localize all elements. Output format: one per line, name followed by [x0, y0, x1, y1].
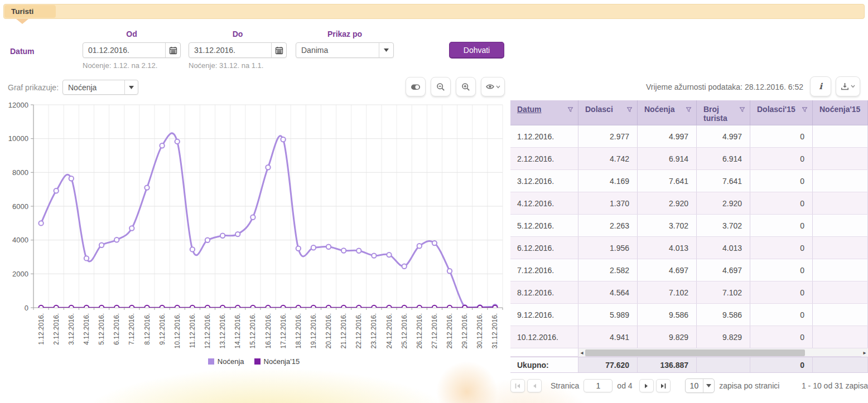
- visibility-menu-button[interactable]: [481, 77, 505, 96]
- data-point[interactable]: [160, 305, 164, 310]
- prikaz-po-select[interactable]: Danima: [296, 42, 394, 58]
- table-row[interactable]: 10.12.2016.4.9419.8299.8290: [510, 326, 868, 348]
- data-point[interactable]: [402, 264, 407, 269]
- data-point[interactable]: [190, 305, 195, 310]
- data-point[interactable]: [281, 137, 285, 142]
- page-size-select[interactable]: 10: [685, 378, 715, 393]
- data-point[interactable]: [38, 221, 43, 225]
- data-point[interactable]: [144, 305, 149, 310]
- table-row[interactable]: 6.12.2016.1.9564.0134.0130: [510, 237, 868, 259]
- data-point[interactable]: [372, 253, 376, 258]
- filter-icon[interactable]: [802, 106, 808, 113]
- date-from-value[interactable]: 01.12.2016.: [83, 46, 165, 55]
- data-point[interactable]: [235, 305, 240, 310]
- tab-turisti[interactable]: Turisti: [4, 5, 56, 18]
- data-point[interactable]: [114, 237, 119, 242]
- data-point[interactable]: [417, 244, 422, 248]
- previous-page-button[interactable]: [527, 379, 542, 392]
- data-point[interactable]: [356, 249, 361, 253]
- legend-item-nocenja[interactable]: Noćenja: [208, 357, 244, 366]
- info-button[interactable]: i: [810, 76, 831, 96]
- data-point[interactable]: [190, 247, 195, 251]
- data-point[interactable]: [417, 305, 422, 310]
- data-point[interactable]: [387, 305, 391, 310]
- column-header-broj-turista[interactable]: Broj turista: [697, 100, 750, 125]
- data-point[interactable]: [478, 305, 482, 310]
- data-point[interactable]: [447, 269, 452, 273]
- data-point[interactable]: [99, 243, 104, 247]
- data-point[interactable]: [220, 234, 225, 238]
- data-point[interactable]: [38, 305, 43, 310]
- data-point[interactable]: [341, 248, 346, 253]
- date-from-field[interactable]: 01.12.2016.: [83, 42, 181, 58]
- filter-icon[interactable]: [686, 106, 692, 113]
- date-to-field[interactable]: 31.12.2016.: [189, 42, 287, 58]
- column-header-dolasci[interactable]: Dolasci: [578, 100, 638, 125]
- table-row[interactable]: 4.12.2016.1.3702.9202.9200: [510, 192, 868, 215]
- column-header-dolasci-15[interactable]: Dolasci'15: [750, 100, 813, 125]
- data-point[interactable]: [402, 305, 407, 310]
- data-point[interactable]: [387, 253, 391, 257]
- table-row[interactable]: 3.12.2016.4.1697.6417.6410: [510, 170, 868, 192]
- filter-icon[interactable]: [739, 106, 745, 113]
- date-to-calendar-button[interactable]: [271, 43, 286, 57]
- filter-icon[interactable]: [567, 106, 573, 113]
- dohvati-button[interactable]: Dohvati: [449, 42, 504, 59]
- data-point[interactable]: [220, 305, 225, 310]
- data-point[interactable]: [114, 305, 119, 310]
- data-point[interactable]: [54, 188, 59, 193]
- table-row[interactable]: 8.12.2016.4.5647.1027.1020: [510, 281, 868, 304]
- data-point[interactable]: [99, 305, 104, 310]
- data-point[interactable]: [326, 305, 331, 310]
- data-point[interactable]: [250, 215, 255, 220]
- table-row[interactable]: 2.12.2016.4.7426.9146.9140: [510, 148, 868, 170]
- data-point[interactable]: [311, 305, 316, 310]
- column-header-datum[interactable]: Datum: [510, 100, 578, 125]
- table-row[interactable]: 9.12.2016.5.9899.5869.5860: [510, 304, 868, 326]
- legend-item-nocenja15[interactable]: Noćenja'15: [254, 357, 300, 366]
- data-point[interactable]: [205, 238, 210, 242]
- data-point[interactable]: [160, 143, 164, 148]
- graf-prikazuje-select[interactable]: Noćenja: [62, 80, 138, 95]
- data-point[interactable]: [311, 245, 316, 250]
- scroll-left-arrow[interactable]: ◂: [578, 348, 585, 357]
- data-point[interactable]: [372, 305, 376, 310]
- toggle-series-button[interactable]: [406, 77, 426, 96]
- date-from-calendar-button[interactable]: [165, 43, 180, 57]
- zoom-out-button[interactable]: [431, 77, 451, 96]
- table-row[interactable]: 5.12.2016.2.2633.7023.7020: [510, 215, 868, 237]
- data-point[interactable]: [69, 176, 74, 181]
- data-point[interactable]: [296, 246, 301, 251]
- next-page-button[interactable]: [639, 379, 654, 392]
- column-header-no-enja[interactable]: Noćenja: [638, 100, 697, 125]
- data-point[interactable]: [432, 241, 437, 245]
- filter-icon[interactable]: [626, 106, 633, 113]
- download-menu-button[interactable]: [836, 76, 860, 96]
- data-point[interactable]: [326, 245, 331, 249]
- data-point[interactable]: [84, 256, 89, 260]
- data-point[interactable]: [129, 305, 134, 310]
- scroll-thumb[interactable]: [585, 349, 805, 356]
- data-point[interactable]: [250, 305, 255, 310]
- data-point[interactable]: [144, 185, 149, 190]
- last-page-button[interactable]: [656, 379, 671, 392]
- table-row[interactable]: 1.12.2016.2.9774.9974.9970: [510, 125, 868, 148]
- data-point[interactable]: [432, 305, 437, 310]
- data-point[interactable]: [296, 305, 301, 310]
- scrollbar-track[interactable]: ◂ ▸: [578, 348, 868, 356]
- data-point[interactable]: [175, 139, 180, 144]
- data-point[interactable]: [54, 305, 59, 310]
- date-to-value[interactable]: 31.12.2016.: [189, 46, 271, 55]
- data-point[interactable]: [356, 305, 361, 310]
- table-row[interactable]: 7.12.2016.2.5824.6974.6970: [510, 259, 868, 281]
- data-point[interactable]: [341, 305, 346, 310]
- zoom-in-button[interactable]: [456, 77, 476, 96]
- first-page-button[interactable]: [510, 379, 525, 392]
- page-number-input[interactable]: [584, 379, 613, 392]
- data-point[interactable]: [266, 305, 270, 310]
- data-point[interactable]: [447, 305, 452, 310]
- data-point[interactable]: [235, 232, 240, 236]
- data-point[interactable]: [281, 305, 285, 310]
- data-point[interactable]: [462, 305, 467, 310]
- column-header-no-enja-15[interactable]: Noćenja'15: [813, 100, 868, 125]
